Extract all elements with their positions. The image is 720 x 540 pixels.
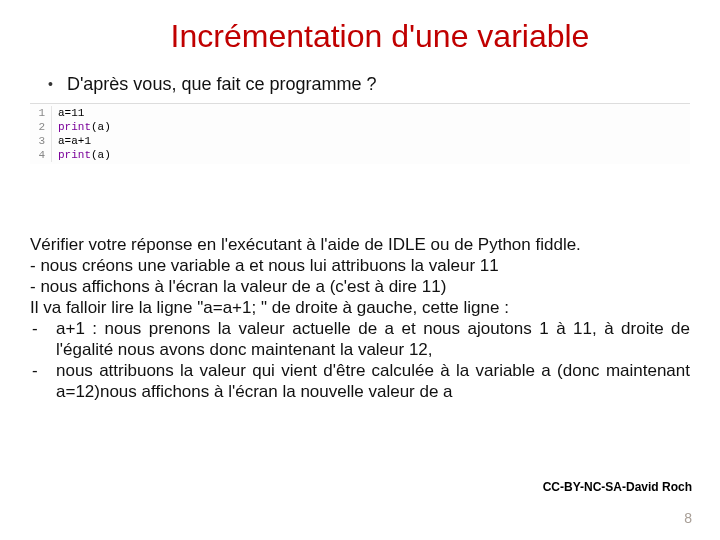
body-line: - nous créons une variable a et nous lui… bbox=[30, 255, 690, 276]
code-line: 3 a=a+1 bbox=[30, 134, 690, 148]
body-indent-text: nous attribuons la valeur qui vient d'êt… bbox=[56, 360, 690, 402]
body-line: Il va falloir lire la ligne "a=a+1; " de… bbox=[30, 297, 690, 318]
line-number: 3 bbox=[30, 134, 52, 148]
code-line: 4 print(a) bbox=[30, 148, 690, 162]
code-content: a=11 bbox=[52, 106, 84, 120]
bullet-dot-icon: • bbox=[48, 73, 53, 95]
body-line: Vérifier votre réponse en l'exécutant à … bbox=[30, 234, 690, 255]
slide: Incrémentation d'une variable • D'après … bbox=[0, 0, 720, 540]
question-text: D'après vous, que fait ce programme ? bbox=[67, 73, 377, 95]
line-number: 4 bbox=[30, 148, 52, 162]
code-line: 2 print(a) bbox=[30, 120, 690, 134]
line-number: 1 bbox=[30, 106, 52, 120]
explanation-body: Vérifier votre réponse en l'exécutant à … bbox=[30, 234, 690, 402]
code-content: print(a) bbox=[52, 120, 111, 134]
code-snippet: 1 a=11 2 print(a) 3 a=a+1 4 print(a) bbox=[30, 103, 690, 164]
code-line: 1 a=11 bbox=[30, 106, 690, 120]
dash-icon: - bbox=[30, 318, 56, 360]
question-bullet: • D'après vous, que fait ce programme ? bbox=[48, 73, 690, 95]
body-indent-line: - a+1 : nous prenons la valeur actuelle … bbox=[30, 318, 690, 360]
code-content: print(a) bbox=[52, 148, 111, 162]
credit-text: CC-BY-NC-SA-David Roch bbox=[543, 480, 692, 494]
code-content: a=a+1 bbox=[52, 134, 91, 148]
page-number: 8 bbox=[684, 510, 692, 526]
body-indent-text: a+1 : nous prenons la valeur actuelle de… bbox=[56, 318, 690, 360]
slide-title: Incrémentation d'une variable bbox=[70, 18, 690, 55]
dash-icon: - bbox=[30, 360, 56, 402]
body-indent-line: - nous attribuons la valeur qui vient d'… bbox=[30, 360, 690, 402]
line-number: 2 bbox=[30, 120, 52, 134]
body-line: - nous affichons à l'écran la valeur de … bbox=[30, 276, 690, 297]
